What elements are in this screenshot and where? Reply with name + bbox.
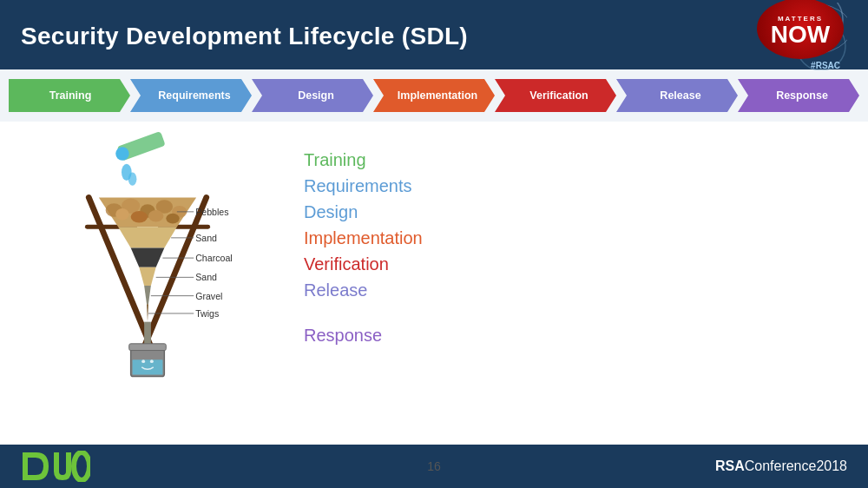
conference-rest: Conference2018 <box>745 458 847 473</box>
step-release-label: Release <box>616 79 738 112</box>
svg-marker-26 <box>144 286 151 304</box>
duo-logo-svg <box>21 451 90 482</box>
label-training: Training <box>304 148 851 172</box>
step-verification: Verification <box>495 79 616 112</box>
step-response-label: Response <box>738 79 859 112</box>
svg-rect-43 <box>133 359 163 374</box>
duo-logo <box>21 451 90 482</box>
svg-point-20 <box>131 211 148 223</box>
rsac-hashtag: #RSAC <box>811 61 840 70</box>
svg-rect-28 <box>144 322 151 347</box>
page-number: 16 <box>427 459 441 473</box>
step-training: Training <box>9 79 130 112</box>
page-title: Security Development Lifecycle (SDL) <box>21 23 468 50</box>
step-design: Design <box>252 79 373 112</box>
svg-point-45 <box>150 359 154 363</box>
step-verification-label: Verification <box>495 79 616 112</box>
now-matters-badge: MATTERS NOW <box>757 0 844 59</box>
rsa-bold: RSA <box>715 458 745 473</box>
process-bar: Training Requirements Design Implementat… <box>0 69 868 122</box>
svg-text:Gravel: Gravel <box>195 291 222 301</box>
footer: 16 RSAConference2018 <box>0 445 868 488</box>
svg-point-8 <box>128 172 137 185</box>
svg-text:Sand: Sand <box>195 272 217 282</box>
label-release: Release <box>304 278 851 302</box>
svg-point-21 <box>148 210 163 222</box>
filter-illustration: Pebbles Sand Charcoal Sand Gravel Twigs <box>17 130 278 391</box>
step-training-label: Training <box>9 79 130 112</box>
label-design: Design <box>304 200 851 224</box>
label-response: Response <box>304 323 851 347</box>
step-implementation: Implementation <box>373 79 495 112</box>
step-requirements: Requirements <box>130 79 252 112</box>
step-requirements-label: Requirements <box>130 79 252 112</box>
svg-marker-27 <box>147 304 148 321</box>
now-label: NOW <box>771 23 830 47</box>
svg-marker-24 <box>131 247 165 267</box>
svg-marker-23 <box>118 227 177 247</box>
label-implementation: Implementation <box>304 226 851 250</box>
svg-point-19 <box>115 208 128 221</box>
main-content: Pebbles Sand Charcoal Sand Gravel Twigs <box>0 122 868 445</box>
svg-text:Sand: Sand <box>195 233 217 243</box>
label-requirements: Requirements <box>304 174 851 198</box>
svg-marker-25 <box>139 267 155 286</box>
labels-area: Training Requirements Design Implementat… <box>278 130 851 349</box>
svg-text:Twigs: Twigs <box>195 308 219 319</box>
svg-point-22 <box>166 214 179 224</box>
label-verification: Verification <box>304 252 851 276</box>
svg-rect-42 <box>129 344 167 351</box>
rsa-conference-label: RSAConference2018 <box>715 458 847 474</box>
step-design-label: Design <box>252 79 373 112</box>
step-implementation-label: Implementation <box>373 79 495 112</box>
svg-text:Pebbles: Pebbles <box>195 207 228 217</box>
label-spacer <box>304 304 851 321</box>
header: Security Development Lifecycle (SDL) MAT… <box>0 0 868 69</box>
svg-point-44 <box>141 359 145 363</box>
svg-text:Charcoal: Charcoal <box>195 253 233 263</box>
svg-point-6 <box>115 147 128 160</box>
step-release: Release <box>616 79 738 112</box>
filter-svg: Pebbles Sand Charcoal Sand Gravel Twigs <box>43 130 252 391</box>
svg-point-46 <box>74 452 89 480</box>
step-response: Response <box>738 79 859 112</box>
